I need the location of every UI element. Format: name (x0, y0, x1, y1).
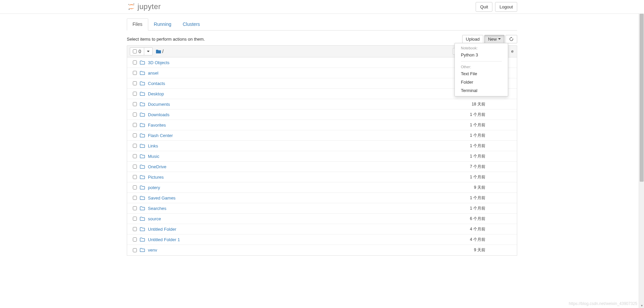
file-name-link[interactable]: ansel (148, 71, 158, 76)
file-row: OneDrive7 个月前 (127, 162, 517, 172)
file-row: Flash Center1 个月前 (127, 130, 517, 141)
file-name-link[interactable]: source (148, 216, 161, 221)
select-all-group[interactable]: 0 (130, 47, 153, 55)
file-name-link[interactable]: Contacts (148, 81, 165, 86)
file-row: Downloads1 个月前 (127, 109, 517, 120)
refresh-icon (509, 37, 514, 41)
file-checkbox[interactable] (133, 248, 137, 252)
file-name-link[interactable]: Untitled Folder (148, 227, 176, 232)
new-button-label: New (488, 37, 497, 42)
file-checkbox[interactable] (133, 71, 137, 75)
header: jupyter Quit Logout (0, 0, 644, 14)
dropdown-item-folder[interactable]: Folder (455, 78, 508, 86)
file-modified: 1 个月前 (427, 174, 487, 180)
dropdown-header-other: Other: (455, 63, 508, 70)
file-name-link[interactable]: Pictures (148, 175, 164, 180)
refresh-button[interactable] (505, 35, 517, 43)
folder-icon (140, 113, 147, 117)
folder-icon (140, 71, 147, 75)
file-name-link[interactable]: Desktop (148, 91, 164, 96)
file-checkbox[interactable] (133, 133, 137, 137)
folder-icon (140, 123, 147, 127)
file-checkbox[interactable] (133, 185, 137, 189)
file-checkbox[interactable] (133, 227, 137, 231)
file-checkbox[interactable] (133, 237, 137, 241)
file-name-link[interactable]: Music (148, 154, 159, 159)
file-checkbox[interactable] (133, 175, 137, 179)
file-row: potery9 天前 (127, 182, 517, 193)
file-name-link[interactable]: Links (148, 143, 158, 148)
folder-icon (140, 81, 147, 86)
file-name-link[interactable]: OneDrive (148, 164, 166, 169)
quit-button[interactable]: Quit (476, 2, 492, 12)
file-checkbox[interactable] (133, 92, 137, 96)
select-count: 0 (139, 49, 141, 54)
file-modified: 6 个月前 (427, 216, 487, 222)
file-name-link[interactable]: potery (148, 185, 160, 190)
file-name-link[interactable]: Downloads (148, 112, 169, 117)
dropdown-header-notebook: Notebook: (455, 45, 508, 51)
dropdown-item-python3[interactable]: Python 3 (455, 51, 508, 59)
jupyter-icon (127, 3, 136, 11)
file-checkbox[interactable] (133, 154, 137, 158)
scrollbar-thumb[interactable] (640, 14, 644, 182)
tab-files[interactable]: Files (127, 18, 148, 31)
file-checkbox[interactable] (133, 113, 137, 117)
folder-icon (140, 227, 147, 231)
select-menu-toggle[interactable] (144, 48, 152, 55)
file-modified: 18 天前 (427, 101, 487, 107)
upload-button[interactable]: Upload (462, 35, 483, 43)
file-modified: 4 个月前 (427, 237, 487, 243)
file-name-link[interactable]: Untitled Folder 1 (148, 237, 180, 242)
jupyter-logo[interactable]: jupyter (127, 2, 161, 11)
file-modified: 7 个月前 (427, 164, 487, 170)
file-name-link[interactable]: venv (148, 248, 157, 253)
folder-icon (140, 102, 147, 106)
folder-icon (140, 196, 147, 200)
file-name-link[interactable]: Flash Center (148, 133, 173, 138)
folder-icon (140, 237, 147, 242)
file-name-link[interactable]: 3D Objects (148, 60, 169, 65)
logout-button[interactable]: Logout (495, 2, 517, 12)
file-name-link[interactable]: Documents (148, 102, 170, 107)
svg-point-0 (133, 3, 134, 4)
dropdown-item-terminal[interactable]: Terminal (455, 86, 508, 95)
new-button[interactable]: New (484, 35, 504, 43)
folder-icon (140, 60, 147, 65)
folder-icon (140, 206, 147, 211)
file-row: Links1 个月前 (127, 141, 517, 151)
file-checkbox[interactable] (133, 206, 137, 210)
tab-clusters[interactable]: Clusters (177, 18, 206, 31)
file-checkbox[interactable] (133, 81, 137, 85)
file-row: Pictures1 个月前 (127, 172, 517, 182)
folder-icon (140, 92, 147, 96)
breadcrumb[interactable]: / (156, 49, 164, 54)
file-checkbox[interactable] (133, 144, 137, 148)
select-all-checkbox[interactable] (133, 49, 137, 53)
file-row: Favorites1 个月前 (127, 120, 517, 130)
folder-icon (140, 185, 147, 190)
folder-icon (156, 49, 161, 54)
new-dropdown: Notebook: Python 3 Other: Text File Fold… (454, 43, 508, 96)
file-checkbox[interactable] (133, 60, 137, 64)
file-row: Untitled Folder4 个月前 (127, 224, 517, 234)
dropdown-item-textfile[interactable]: Text File (455, 70, 508, 78)
file-checkbox[interactable] (133, 123, 137, 127)
file-name-link[interactable]: Searches (148, 206, 166, 211)
file-name-link[interactable]: Favorites (148, 123, 166, 128)
file-modified: 9 天前 (427, 247, 487, 253)
scrollbar[interactable]: ▴ ▾ (639, 14, 644, 256)
tab-running[interactable]: Running (148, 18, 177, 31)
file-checkbox[interactable] (133, 217, 137, 221)
file-checkbox[interactable] (133, 196, 137, 200)
file-modified: 1 个月前 (427, 133, 487, 138)
file-checkbox[interactable] (133, 165, 137, 169)
file-row: venv9 天前 (127, 245, 517, 255)
file-size-col-tail: e (511, 49, 514, 54)
file-row: Untitled Folder 14 个月前 (127, 234, 517, 245)
file-checkbox[interactable] (133, 102, 137, 106)
file-name-link[interactable]: Saved Games (148, 195, 175, 201)
file-modified: 1 个月前 (427, 153, 487, 159)
folder-icon (140, 165, 147, 169)
file-row: Music1 个月前 (127, 151, 517, 162)
